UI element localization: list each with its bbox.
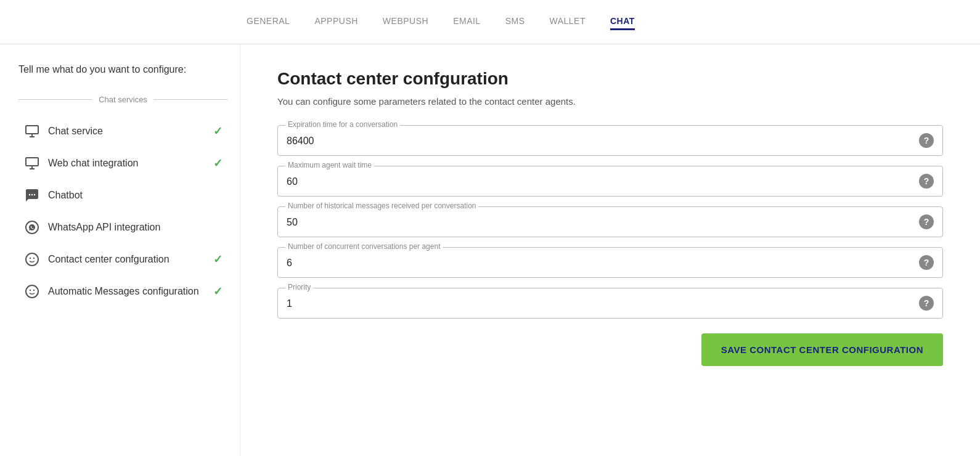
svg-point-12 [33, 258, 35, 259]
field-historical-messages: Number of historical messages received p… [277, 206, 943, 237]
monitor-icon [23, 155, 41, 172]
field-input-concurrent-conversations[interactable] [278, 248, 942, 277]
svg-point-6 [29, 194, 30, 195]
sidebar: Tell me what do you want to configure: C… [0, 44, 240, 456]
nav-tab-general[interactable]: GENERAL [247, 14, 290, 30]
field-label-historical-messages: Number of historical messages received p… [285, 202, 478, 210]
face-icon [23, 283, 41, 300]
sidebar-section-label: Chat services [99, 95, 147, 104]
sidebar-item-contact-center-configuration[interactable]: Contact center confguration✓ [18, 245, 227, 274]
monitor-icon [23, 123, 41, 140]
check-icon: ✓ [213, 285, 223, 298]
svg-point-14 [30, 290, 31, 291]
field-input-expiration-time[interactable] [278, 126, 942, 155]
sidebar-item-label: Chatbot [48, 189, 223, 202]
field-input-priority[interactable] [278, 288, 942, 318]
divider-left [18, 99, 92, 100]
svg-point-15 [33, 290, 35, 291]
save-btn-container: SAVE CONTACT CENTER CONFIGURATION [277, 333, 943, 366]
top-nav: GENERALAPPPUSHWEBPUSHEMAILSMSWALLETCHAT [0, 0, 980, 44]
field-concurrent-conversations: Number of concurrent conversations per a… [277, 247, 943, 278]
divider-right [153, 99, 227, 100]
field-max-agent-wait-time: Maximum agent wait time? [277, 166, 943, 197]
field-priority: Priority? [277, 288, 943, 319]
sidebar-item-whatsapp-api-integration[interactable]: WhatsApp API integration [18, 213, 227, 242]
save-button[interactable]: SAVE CONTACT CENTER CONFIGURATION [701, 333, 943, 366]
main-content: Contact center confguration You can conf… [240, 44, 980, 456]
sidebar-item-label: Automatic Messages configuration [48, 285, 206, 298]
chat-icon [23, 187, 41, 204]
field-label-concurrent-conversations: Number of concurrent conversations per a… [285, 242, 443, 251]
sidebar-item-automatic-messages-configuration[interactable]: Automatic Messages configuration✓ [18, 277, 227, 306]
sidebar-item-chatbot[interactable]: Chatbot [18, 181, 227, 210]
check-icon: ✓ [213, 124, 223, 138]
help-icon-priority[interactable]: ? [919, 296, 934, 311]
nav-tab-wallet[interactable]: WALLET [550, 14, 586, 30]
face-icon [23, 251, 41, 268]
page-description: You can configure some parameters relate… [277, 96, 943, 107]
help-icon-concurrent-conversations[interactable]: ? [919, 255, 934, 270]
sidebar-items-list: Chat service✓Web chat integration✓Chatbo… [18, 116, 227, 306]
sidebar-item-label: Web chat integration [48, 157, 206, 170]
whatsapp-icon [23, 219, 41, 236]
nav-tab-apppush[interactable]: APPPUSH [314, 14, 357, 30]
help-icon-expiration-time[interactable]: ? [919, 133, 934, 148]
svg-rect-3 [26, 158, 38, 166]
sidebar-item-web-chat-integration[interactable]: Web chat integration✓ [18, 149, 227, 178]
field-input-historical-messages[interactable] [278, 207, 942, 237]
svg-point-10 [26, 253, 38, 266]
field-input-max-agent-wait-time[interactable] [278, 166, 942, 196]
svg-point-8 [34, 194, 35, 195]
field-expiration-time: Expiration time for a conversation? [277, 125, 943, 156]
svg-point-7 [31, 194, 33, 195]
sidebar-intro: Tell me what do you want to configure: [18, 63, 227, 76]
sidebar-item-label: Contact center confguration [48, 253, 206, 266]
nav-tab-email[interactable]: EMAIL [453, 14, 481, 30]
check-icon: ✓ [213, 157, 223, 170]
nav-tab-sms[interactable]: SMS [505, 14, 525, 30]
svg-point-13 [26, 285, 38, 298]
nav-tab-webpush[interactable]: WEBPUSH [383, 14, 428, 30]
help-icon-max-agent-wait-time[interactable]: ? [919, 174, 934, 189]
check-icon: ✓ [213, 253, 223, 266]
svg-point-11 [30, 258, 31, 259]
field-label-expiration-time: Expiration time for a conversation [285, 120, 400, 129]
sidebar-section-divider: Chat services [18, 95, 227, 104]
field-label-max-agent-wait-time: Maximum agent wait time [285, 161, 374, 169]
form-fields: Expiration time for a conversation?Maxim… [277, 125, 943, 319]
field-label-priority: Priority [285, 283, 313, 291]
sidebar-item-label: Chat service [48, 125, 206, 138]
sidebar-item-label: WhatsApp API integration [48, 221, 223, 234]
help-icon-historical-messages[interactable]: ? [919, 214, 934, 229]
sidebar-item-chat-service[interactable]: Chat service✓ [18, 116, 227, 146]
svg-rect-0 [26, 126, 38, 134]
nav-tab-chat[interactable]: CHAT [610, 14, 635, 30]
page-title: Contact center confguration [277, 69, 943, 89]
